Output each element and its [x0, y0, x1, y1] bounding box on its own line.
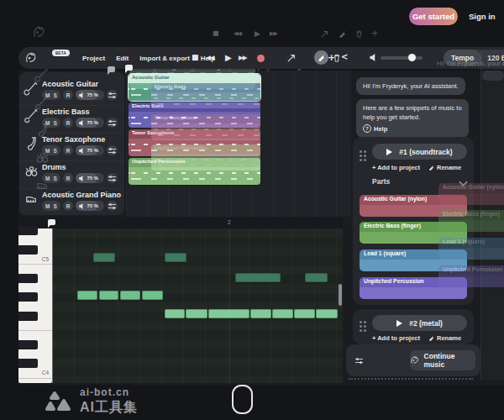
playhead-marker[interactable]: [125, 65, 133, 71]
fast-forward-button[interactable]: ▶▶: [239, 55, 247, 61]
record-arm-button[interactable]: R: [63, 118, 74, 128]
midi-note[interactable]: [142, 291, 163, 300]
black-key[interactable]: [18, 312, 38, 321]
key-separator: [18, 378, 52, 379]
stop-button[interactable]: ■: [192, 54, 199, 61]
record-arm-button[interactable]: R: [63, 90, 74, 100]
loop-marker-ghost: [108, 66, 115, 72]
menu-project[interactable]: Project: [82, 55, 105, 62]
arrangement-timeline[interactable]: 3 5 7 9 3 5 7 9 Acoustic Guitar Electric…: [126, 71, 351, 217]
black-key[interactable]: [18, 274, 38, 283]
track-volume-slider[interactable]: 75 %: [76, 173, 104, 183]
track-settings-button[interactable]: [107, 201, 118, 211]
record-arm-button[interactable]: R: [63, 145, 74, 155]
volume-slider[interactable]: [381, 56, 423, 60]
key-separator: [18, 330, 52, 331]
track-volume-slider[interactable]: 75 %: [76, 201, 104, 211]
sign-in-link[interactable]: Sign in: [469, 12, 496, 21]
watermark-logo-icon: [44, 390, 72, 413]
mouse-shape: [232, 385, 253, 414]
track-settings-button[interactable]: [107, 90, 118, 100]
part-lead-1-square[interactable]: Lead 1 (square): [360, 249, 467, 271]
snippet-card-2: #2 (metal) + Add to project Rename: [353, 309, 474, 344]
collapse-button[interactable]: <: [341, 53, 348, 61]
midi-note[interactable]: [165, 253, 186, 262]
rename-button[interactable]: Rename: [428, 334, 461, 342]
part-unpitched-percussion[interactable]: Unpitched Percussion: [360, 277, 467, 299]
piano-roll-playhead-marker[interactable]: [48, 219, 55, 225]
black-key[interactable]: [18, 359, 38, 368]
volume-icon[interactable]: [370, 54, 376, 61]
piano-roll-ruler[interactable]: 2: [18, 217, 343, 228]
rewind-icon-ghost: ◀◀: [234, 31, 241, 37]
clip-tenor-saxophone[interactable]: Tenor Saxophone: [129, 129, 260, 156]
snippet-2-play-button[interactable]: #2 (metal): [372, 315, 467, 331]
midi-note[interactable]: [208, 309, 249, 318]
track-settings-button[interactable]: [107, 145, 118, 155]
drag-handle-icon[interactable]: [360, 321, 362, 323]
clip-acoustic-guitar[interactable]: Acoustic Guitar: [129, 74, 260, 101]
black-key[interactable]: [18, 340, 38, 349]
black-key[interactable]: [18, 245, 38, 255]
clip-unpitched-percussion[interactable]: Unpitched Percussion: [129, 158, 260, 185]
midi-note[interactable]: [235, 273, 281, 282]
menu-import-export[interactable]: Import & export: [139, 55, 190, 62]
midi-note[interactable]: [165, 309, 185, 318]
track-settings-button[interactable]: [107, 118, 118, 128]
record-arm-button[interactable]: R: [63, 201, 74, 211]
track-settings-button[interactable]: [107, 173, 118, 183]
tune-icon: [108, 175, 116, 181]
menu-edit[interactable]: Edit: [116, 55, 129, 62]
measure-number: 2: [228, 219, 231, 225]
tune-icon: [108, 147, 116, 154]
stop-icon-ghost: ■: [213, 30, 219, 37]
midi-note[interactable]: [316, 309, 338, 318]
watermark: ai-bot.cn AI工具集: [44, 386, 138, 417]
track-volume-slider[interactable]: 75 %: [76, 90, 104, 100]
watermark-cn-text: AI工具集: [80, 399, 138, 417]
get-started-button[interactable]: Get started: [409, 8, 458, 25]
record-button[interactable]: [257, 55, 265, 62]
volume-slider-knob[interactable]: [408, 54, 416, 61]
add-to-project-button[interactable]: + Add to project: [372, 334, 420, 342]
rewind-button[interactable]: ◀◀: [206, 55, 214, 61]
cursor-tool-button[interactable]: [287, 54, 296, 62]
midi-note[interactable]: [77, 291, 97, 300]
piano-roll-grid[interactable]: [52, 228, 343, 383]
track-volume-slider[interactable]: 75 %: [76, 118, 104, 128]
assistant-settings-button[interactable]: [355, 357, 363, 364]
pencil-icon-ghost: [339, 30, 346, 38]
continue-music-button[interactable]: Continue music: [410, 350, 475, 370]
ghost-panel-edge: [480, 50, 504, 380]
speaker-icon: [79, 120, 84, 126]
track-row[interactable]: Acoustic Grand Piano MS R 75 %: [19, 188, 124, 216]
play-icon: [396, 320, 402, 327]
midi-note[interactable]: [305, 273, 328, 282]
add-track-button[interactable]: +: [328, 53, 335, 62]
play-button[interactable]: ▶: [225, 54, 232, 62]
tune-icon: [108, 92, 116, 98]
pencil-tool-button[interactable]: [314, 50, 328, 65]
black-key[interactable]: [18, 226, 38, 235]
app-logo-icon[interactable]: [24, 51, 38, 65]
midi-note[interactable]: [120, 291, 140, 300]
midi-note[interactable]: [93, 253, 115, 262]
assistant-bottom-bar: Continue music: [346, 344, 480, 376]
piano-roll-scrollbar[interactable]: [339, 284, 342, 306]
beta-badge: BETA: [52, 50, 70, 56]
midi-note[interactable]: [294, 309, 315, 318]
help-link[interactable]: ? Help: [363, 124, 462, 134]
part-acoustic-guitar-nylon[interactable]: Acoustic Guitar (nylon): [360, 195, 467, 217]
midi-note[interactable]: [99, 291, 118, 300]
black-key[interactable]: [18, 292, 38, 302]
piano-keyboard[interactable]: C5 C4: [18, 228, 52, 383]
midi-note[interactable]: [186, 309, 207, 318]
midi-note[interactable]: [272, 309, 293, 318]
watermark-domain: ai-bot.cn: [80, 386, 138, 398]
midi-note[interactable]: [250, 309, 271, 318]
mute-solo-buttons[interactable]: MS: [42, 201, 60, 211]
clip-electric-bass[interactable]: Electric Bass: [129, 102, 260, 128]
part-electric-bass-finger[interactable]: Electric Bass (finger): [360, 222, 467, 244]
record-arm-button[interactable]: R: [63, 173, 74, 183]
track-volume-slider[interactable]: 75 %: [76, 145, 104, 155]
